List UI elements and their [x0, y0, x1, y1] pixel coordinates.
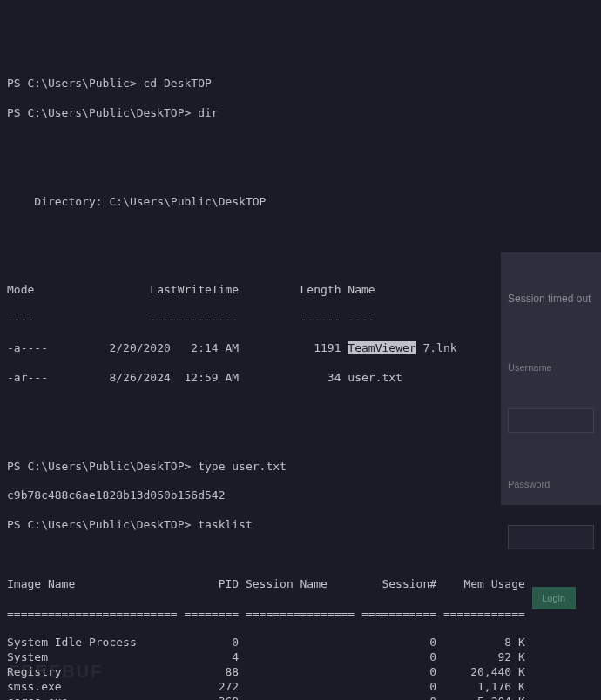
blank-line: [7, 136, 594, 151]
tasklist-divider: ========================= ======== =====…: [7, 607, 594, 622]
login-overlay: Session timed out Username Password Logi…: [501, 252, 601, 505]
username-input[interactable]: [508, 408, 594, 433]
password-input[interactable]: [508, 525, 594, 549]
overlay-title: Session timed out: [508, 293, 594, 306]
dir-header: Directory: C:\Users\Public\DeskTOP: [7, 195, 594, 210]
tasklist-row: csrss.exe 368 0 5,204 K: [7, 695, 594, 700]
prompt-cd: PS C:\Users\Public> cd DeskTOP: [7, 77, 594, 91]
highlighted-text: TeamViewer: [348, 341, 415, 354]
username-label: Username: [508, 361, 594, 374]
tasklist-row: System Idle Process 0 0 8 K: [7, 636, 594, 650]
tasklist-header: Image Name PID Session Name Session# Mem…: [7, 577, 594, 592]
password-label: Password: [508, 478, 594, 490]
prompt-dir: PS C:\Users\Public\DeskTOP> dir: [7, 106, 594, 121]
blank-line: [7, 165, 594, 180]
blank-line: [7, 224, 594, 239]
login-button[interactable]: Login: [532, 587, 576, 609]
blank-line: [7, 548, 594, 562]
watermark: FREEBUF: [9, 660, 103, 683]
prompt-tasklist: PS C:\Users\Public\DeskTOP> tasklist: [7, 518, 594, 533]
